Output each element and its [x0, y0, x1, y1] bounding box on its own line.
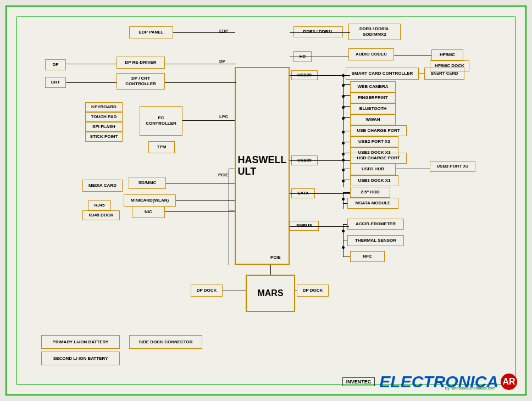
smart-card-block: SNaRT CaRD — [424, 68, 464, 80]
rj45-block: RJ45 — [88, 200, 111, 210]
h-usb2dock — [343, 153, 350, 153]
mars-label: MARS — [257, 288, 283, 298]
lpc-line — [182, 120, 235, 121]
h-usb3dock — [343, 180, 350, 180]
ddr3-line — [290, 32, 350, 33]
web-camera-block: WEB CAMERA — [350, 81, 396, 92]
nic-block: NIC — [132, 206, 165, 218]
nfc-block: NFC — [350, 251, 385, 262]
primary-battery-block: PRIMARY LI-ION BATTERY — [41, 335, 120, 349]
dp-dock-left-line — [223, 291, 246, 291]
smart-card-ctrl-block: SMART CARD CONTROLLER — [346, 68, 419, 80]
usb3-hub-block: USB3 HUB — [350, 163, 396, 175]
h-fp — [343, 95, 350, 96]
usb-charge-port2-block: USB CHARGE PORT — [350, 153, 407, 164]
dp-right-line — [165, 64, 236, 64]
ec-controller-block: EC CONTROLLER — [140, 106, 182, 136]
dp-dock-left-block: DP DOCK — [191, 285, 223, 297]
crt-block: CRT — [45, 77, 66, 88]
hp-mic-block: HP/MIC — [431, 49, 463, 60]
dot-nfc — [342, 246, 345, 249]
tpm-block: TPM — [148, 141, 175, 153]
dp-block: DP — [45, 59, 66, 70]
haswell-ult-block: HASWELL ULT — [235, 67, 290, 265]
dot-sc — [342, 74, 345, 77]
mars-top-line — [270, 265, 271, 275]
touchpad-block: TOUCH PAD — [85, 112, 123, 122]
h-webcam — [343, 84, 350, 85]
smbus-block: SMBUS — [290, 221, 319, 231]
h-usb2port — [343, 142, 350, 142]
msata-block: MSATA MODULE — [347, 198, 398, 209]
side-dock-block: SIDE DOCK CONNECTOR — [129, 335, 202, 349]
accelerometer-block: ACCELEROMETER — [347, 219, 404, 230]
h-nfc — [343, 257, 350, 257]
right-border-line — [515, 16, 516, 385]
ddr3-sodimm-line — [343, 32, 348, 33]
pcie-left-vert — [229, 169, 229, 265]
h-wwan — [343, 117, 350, 118]
minicard-line — [176, 200, 235, 201]
dp-crt-ctrl-block: DP / CRT CONTROLLER — [117, 73, 165, 90]
audio-hpmic-line — [394, 55, 431, 55]
usb30-line — [290, 160, 350, 161]
usb30-vert-line — [343, 159, 343, 187]
usb3-hub-port-line — [396, 169, 430, 169]
pcie-left-h2 — [229, 210, 235, 210]
usb20-line — [290, 75, 350, 76]
h-thermal — [343, 241, 347, 241]
h-usb3hub — [343, 169, 350, 169]
sdmmc-line — [166, 183, 235, 183]
hdd-25-block: 2.5" HDD — [350, 187, 390, 198]
sd-mmc-block: SD/MMC — [129, 177, 166, 189]
hd-line — [290, 57, 348, 57]
second-battery-block: SECOND LI-ION BATTERY — [41, 352, 120, 365]
mars-block: MARS — [246, 275, 295, 312]
ddr3-block: DDR3 / DDR3L — [293, 26, 343, 37]
h-ucharge1 — [343, 131, 350, 131]
bluetooth-block: BLUETOOTH — [350, 103, 396, 114]
dot-usb30 — [342, 159, 345, 161]
sata-vert-line — [343, 192, 343, 209]
crt-left-line — [66, 82, 117, 83]
by-nb-text: By NotebookSchematics.com — [445, 386, 495, 390]
dot-thermal — [342, 230, 345, 232]
spi-flash-block: SPI FLASH — [85, 122, 123, 132]
usb3-dock-x1-block: USB3 DOCK X1 — [350, 175, 398, 186]
thermal-sensor-block: THERMAL SENSOR — [347, 235, 404, 246]
edp-panel-block: EDP PANEL — [129, 26, 173, 38]
haswell-label: HASWELL ULT — [238, 154, 287, 177]
pcie-wire-label2: PCIE — [270, 255, 281, 260]
keyboard-block: KEYBOARD — [85, 102, 123, 112]
minicard-wlan-block: MINICARD(WLAN) — [124, 194, 176, 207]
h-hdd — [343, 192, 350, 193]
smbus-line — [290, 226, 349, 227]
fingerprint-block: FINGERPRINT — [350, 92, 396, 103]
usb3-port-x3-block: USB3 PORT X3 — [430, 161, 475, 172]
dot-msata — [342, 198, 345, 200]
inventec-block: INVENTEC — [342, 377, 375, 387]
h-msata — [343, 203, 347, 204]
nic-line — [165, 211, 235, 212]
dp-wire-label: DP — [219, 59, 225, 64]
usb-charge-port1-block: USB CHARGE PORT — [350, 125, 407, 136]
left-border-line — [16, 16, 17, 385]
dp-redriver-block: DP RE-DRIVER — [117, 57, 165, 69]
stick-point-block: STICK POINT — [85, 132, 123, 142]
diagram-area: HASWELL ULT MARS EDP PANEL DP DP RE-DRIV… — [5, 5, 527, 396]
pcie-left-h — [229, 169, 235, 169]
dp-dock-right-line — [295, 291, 297, 291]
dp-dock-right-block: DP DOCK — [297, 285, 329, 297]
pcie-wire-label1: PCIE — [218, 172, 229, 177]
audio-codec-block: AUDIO CODEC — [348, 48, 394, 60]
lpc-wire-label: LPC — [219, 114, 228, 119]
media-card-block: MEDIA CARD — [82, 180, 123, 192]
ar-badge: AR — [501, 374, 517, 390]
ddr3-sodimm-block: DDR3 / DDR3L SODIMMX2 — [348, 24, 401, 40]
h-bt — [343, 106, 350, 107]
wwan-block: WWAN — [350, 114, 396, 125]
edp-line — [173, 32, 235, 33]
sata-line — [290, 193, 350, 194]
usb2-port-x3-block: USB2 PORT X3 — [350, 136, 398, 147]
dp-left-line — [66, 64, 117, 64]
